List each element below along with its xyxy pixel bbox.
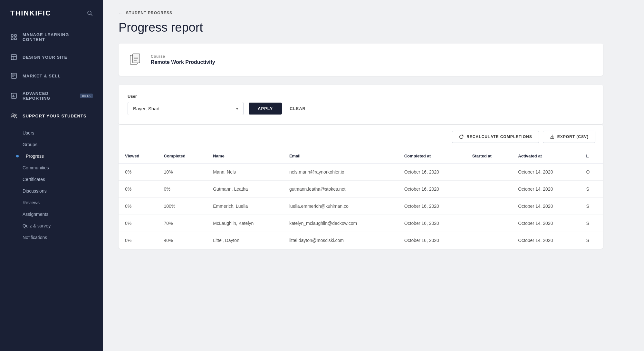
users-icon <box>10 112 17 119</box>
sidebar-item-assignments[interactable]: Assignments <box>0 208 103 220</box>
cell-email: gutmann.leatha@stokes.net <box>283 181 398 198</box>
sidebar-item-reviews[interactable]: Reviews <box>0 197 103 208</box>
user-select-wrap: Bayer, Shad ▼ <box>128 102 244 115</box>
sidebar-item-assignments-label: Assignments <box>23 212 48 217</box>
course-label: Course <box>151 54 215 59</box>
svg-point-17 <box>12 114 14 116</box>
recalculate-icon <box>459 134 464 139</box>
svg-line-1 <box>91 14 92 16</box>
sidebar-item-notifications[interactable]: Notifications <box>0 232 103 243</box>
cell-name: Mann, Nels <box>207 163 283 181</box>
cell-last: S <box>580 181 603 198</box>
sidebar-item-quiz-label: Quiz & survey <box>23 223 51 228</box>
table-row: 0% 100% Emmerich, Luella luella.emmerich… <box>119 198 603 215</box>
table-row: 0% 70% McLaughlin, Katelyn katelyn_mclau… <box>119 215 603 232</box>
table-header: Viewed Completed Name Email Completed at… <box>119 149 603 163</box>
sidebar-item-groups[interactable]: Groups <box>0 139 103 150</box>
col-completed-at: Completed at <box>398 149 466 163</box>
course-info: Course Remote Work Productivity <box>151 54 215 65</box>
sidebar-item-discussions[interactable]: Discussions <box>0 185 103 197</box>
sidebar-item-progress[interactable]: Progress <box>0 150 103 162</box>
cell-started-at <box>466 181 512 198</box>
course-name: Remote Work Productivity <box>151 59 215 65</box>
cell-activated-at: October 14, 2020 <box>512 198 580 215</box>
nav-support[interactable]: SUPPORT YOUR STUDENTS <box>0 106 103 125</box>
cell-viewed: 0% <box>119 232 158 249</box>
progress-table: Viewed Completed Name Email Completed at… <box>119 149 603 249</box>
cell-started-at <box>466 163 512 181</box>
cell-completed-at: October 16, 2020 <box>398 232 466 249</box>
apply-button[interactable]: APPLY <box>249 103 282 115</box>
cell-completed: 10% <box>158 163 207 181</box>
cell-completed: 70% <box>158 215 207 232</box>
cell-completed: 0% <box>158 181 207 198</box>
cell-name: Gutmann, Leatha <box>207 181 283 198</box>
sidebar: THINKIFIC MANAGE LEARNING CONTENT <box>0 0 103 351</box>
user-select[interactable]: Bayer, Shad <box>128 102 244 115</box>
col-viewed: Viewed <box>119 149 158 163</box>
cell-started-at <box>466 232 512 249</box>
nav-market[interactable]: MARKET & SELL <box>0 66 103 85</box>
sidebar-item-quiz[interactable]: Quiz & survey <box>0 220 103 232</box>
svg-rect-3 <box>14 35 16 36</box>
cell-name: Littel, Dayton <box>207 232 283 249</box>
grid-icon <box>10 34 17 41</box>
sidebar-item-reviews-label: Reviews <box>23 200 40 205</box>
cell-completed: 100% <box>158 198 207 215</box>
export-button[interactable]: EXPORT (CSV) <box>543 131 595 143</box>
nav-reporting[interactable]: ADVANCED REPORTING BETA <box>0 85 103 106</box>
clear-button[interactable]: CLEAR <box>287 103 308 115</box>
cell-started-at <box>466 215 512 232</box>
nav-support-label: SUPPORT YOUR STUDENTS <box>23 114 86 118</box>
cell-activated-at: October 14, 2020 <box>512 181 580 198</box>
cell-activated-at: October 14, 2020 <box>512 163 580 181</box>
sidebar-item-certificates[interactable]: Certificates <box>0 174 103 185</box>
breadcrumb-label: STUDENT PROGRESS <box>126 11 172 15</box>
cell-activated-at: October 14, 2020 <box>512 232 580 249</box>
recalculate-button[interactable]: RECALCULATE COMPLETIONS <box>452 131 539 143</box>
active-dot <box>16 155 19 157</box>
sidebar-item-discussions-label: Discussions <box>23 188 47 194</box>
tag-icon <box>10 72 17 79</box>
sidebar-item-users[interactable]: Users <box>0 127 103 139</box>
cell-last: S <box>580 232 603 249</box>
filter-row: Bayer, Shad ▼ APPLY CLEAR <box>128 102 594 115</box>
cell-last: S <box>580 215 603 232</box>
col-activated-at: Activated at <box>512 149 580 163</box>
svg-rect-2 <box>11 35 13 36</box>
col-started-at: Started at <box>466 149 512 163</box>
nav-manage-label: MANAGE LEARNING CONTENT <box>23 32 93 42</box>
nav-manage[interactable]: MANAGE LEARNING CONTENT <box>0 26 103 48</box>
svg-rect-20 <box>133 54 140 63</box>
logo-text: THINKIFIC <box>10 9 51 17</box>
svg-point-18 <box>15 114 16 116</box>
chart-icon <box>10 92 17 99</box>
course-card: Course Remote Work Productivity <box>119 44 603 76</box>
cell-viewed: 0% <box>119 181 158 198</box>
svg-rect-4 <box>11 38 13 40</box>
nav-design[interactable]: DESIGN YOUR SITE <box>0 48 103 66</box>
cell-completed-at: October 16, 2020 <box>398 163 466 181</box>
table-body: 0% 10% Mann, Nels nels.mann@raynorkohler… <box>119 163 603 249</box>
breadcrumb[interactable]: ← STUDENT PROGRESS <box>119 10 603 15</box>
sidebar-item-users-label: Users <box>23 130 34 135</box>
cell-name: Emmerich, Luella <box>207 198 283 215</box>
page-title: Progress report <box>119 21 603 35</box>
table-toolbar: RECALCULATE COMPLETIONS EXPORT (CSV) <box>119 125 603 149</box>
course-icon <box>128 51 144 68</box>
cell-viewed: 0% <box>119 198 158 215</box>
back-arrow-icon: ← <box>119 10 123 15</box>
export-icon <box>550 134 555 139</box>
cell-completed: 40% <box>158 232 207 249</box>
col-last: L <box>580 149 603 163</box>
nav-design-label: DESIGN YOUR SITE <box>23 55 67 60</box>
sidebar-item-communities[interactable]: Communities <box>0 162 103 174</box>
sidebar-item-notifications-label: Notifications <box>23 235 47 240</box>
col-email: Email <box>283 149 398 163</box>
cell-completed-at: October 16, 2020 <box>398 198 466 215</box>
search-icon[interactable] <box>87 10 93 16</box>
sidebar-item-progress-label: Progress <box>26 154 44 159</box>
filter-bar: User Bayer, Shad ▼ APPLY CLEAR <box>119 85 603 124</box>
cell-email: littel.dayton@mosciski.com <box>283 232 398 249</box>
svg-rect-5 <box>14 38 16 40</box>
